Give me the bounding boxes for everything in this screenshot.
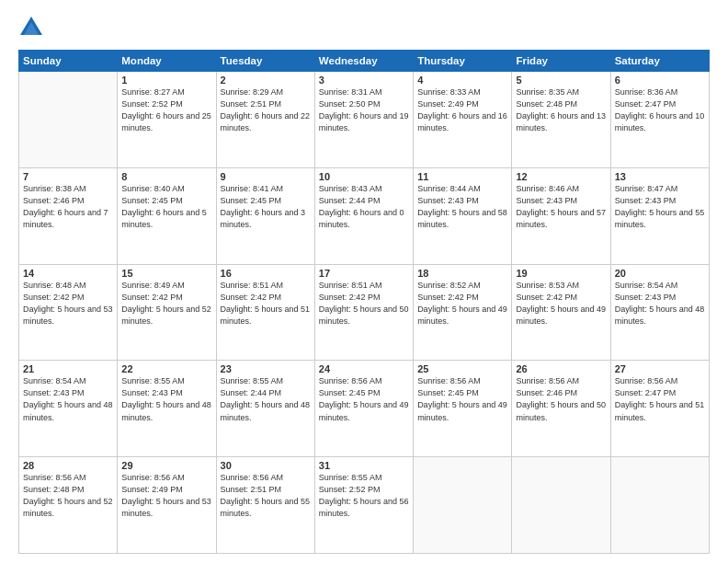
calendar-cell: 27Sunrise: 8:56 AM Sunset: 2:47 PM Dayli… [610, 361, 709, 457]
calendar-cell: 19Sunrise: 8:53 AM Sunset: 2:42 PM Dayli… [512, 264, 610, 361]
calendar-cell: 1Sunrise: 8:27 AM Sunset: 2:52 PM Daylig… [118, 72, 216, 168]
day-info: Sunrise: 8:56 AM Sunset: 2:46 PM Dayligh… [516, 375, 606, 423]
day-info: Sunrise: 8:56 AM Sunset: 2:48 PM Dayligh… [23, 472, 113, 520]
day-info: Sunrise: 8:31 AM Sunset: 2:50 PM Dayligh… [319, 86, 409, 134]
calendar-cell: 21Sunrise: 8:54 AM Sunset: 2:43 PM Dayli… [19, 361, 118, 457]
calendar-cell: 7Sunrise: 8:38 AM Sunset: 2:46 PM Daylig… [19, 167, 118, 264]
day-number: 11 [417, 171, 507, 182]
day-info: Sunrise: 8:29 AM Sunset: 2:51 PM Dayligh… [221, 86, 311, 134]
day-info: Sunrise: 8:55 AM Sunset: 2:44 PM Dayligh… [221, 375, 311, 423]
day-number: 19 [516, 268, 606, 279]
weekday-header-sunday: Sunday [19, 51, 118, 72]
day-info: Sunrise: 8:55 AM Sunset: 2:43 PM Dayligh… [121, 375, 211, 423]
day-number: 1 [121, 75, 211, 86]
calendar-cell: 6Sunrise: 8:36 AM Sunset: 2:47 PM Daylig… [610, 72, 709, 168]
day-info: Sunrise: 8:44 AM Sunset: 2:43 PM Dayligh… [417, 183, 507, 231]
calendar-cell: 18Sunrise: 8:52 AM Sunset: 2:42 PM Dayli… [414, 264, 512, 361]
calendar-cell: 24Sunrise: 8:56 AM Sunset: 2:45 PM Dayli… [314, 361, 413, 457]
logo-icon [18, 15, 44, 40]
calendar-cell: 20Sunrise: 8:54 AM Sunset: 2:43 PM Dayli… [610, 264, 709, 361]
day-info: Sunrise: 8:53 AM Sunset: 2:42 PM Dayligh… [516, 280, 606, 327]
day-number: 7 [23, 171, 113, 182]
calendar-cell: 28Sunrise: 8:56 AM Sunset: 2:48 PM Dayli… [19, 457, 118, 554]
day-number: 4 [417, 75, 507, 86]
day-number: 10 [319, 171, 409, 182]
day-info: Sunrise: 8:40 AM Sunset: 2:45 PM Dayligh… [121, 183, 211, 231]
calendar-cell: 4Sunrise: 8:33 AM Sunset: 2:49 PM Daylig… [414, 72, 512, 168]
calendar-cell [414, 457, 512, 554]
calendar-week-1: 1Sunrise: 8:27 AM Sunset: 2:52 PM Daylig… [19, 72, 710, 168]
calendar-cell [19, 72, 118, 168]
day-number: 23 [221, 363, 311, 374]
calendar-cell: 3Sunrise: 8:31 AM Sunset: 2:50 PM Daylig… [314, 72, 413, 168]
day-number: 16 [221, 268, 311, 279]
day-number: 28 [23, 460, 113, 471]
day-number: 21 [23, 363, 113, 374]
day-info: Sunrise: 8:33 AM Sunset: 2:49 PM Dayligh… [417, 86, 507, 134]
calendar-cell: 12Sunrise: 8:46 AM Sunset: 2:43 PM Dayli… [512, 167, 610, 264]
day-info: Sunrise: 8:55 AM Sunset: 2:52 PM Dayligh… [319, 472, 409, 520]
header [18, 15, 710, 40]
day-info: Sunrise: 8:41 AM Sunset: 2:45 PM Dayligh… [221, 183, 311, 231]
calendar-page: SundayMondayTuesdayWednesdayThursdayFrid… [0, 0, 728, 563]
calendar-week-2: 7Sunrise: 8:38 AM Sunset: 2:46 PM Daylig… [19, 167, 710, 264]
calendar-cell: 29Sunrise: 8:56 AM Sunset: 2:49 PM Dayli… [118, 457, 216, 554]
day-info: Sunrise: 8:51 AM Sunset: 2:42 PM Dayligh… [221, 280, 311, 327]
day-number: 27 [615, 363, 705, 374]
weekday-header-saturday: Saturday [610, 51, 709, 72]
weekday-header-row: SundayMondayTuesdayWednesdayThursdayFrid… [19, 51, 710, 72]
calendar-cell: 22Sunrise: 8:55 AM Sunset: 2:43 PM Dayli… [118, 361, 216, 457]
weekday-header-wednesday: Wednesday [314, 51, 413, 72]
day-info: Sunrise: 8:56 AM Sunset: 2:45 PM Dayligh… [417, 375, 507, 423]
day-info: Sunrise: 8:43 AM Sunset: 2:44 PM Dayligh… [319, 183, 409, 231]
calendar-cell: 23Sunrise: 8:55 AM Sunset: 2:44 PM Dayli… [216, 361, 314, 457]
day-number: 8 [121, 171, 211, 182]
calendar-week-3: 14Sunrise: 8:48 AM Sunset: 2:42 PM Dayli… [19, 264, 710, 361]
day-info: Sunrise: 8:54 AM Sunset: 2:43 PM Dayligh… [23, 375, 113, 423]
day-number: 18 [417, 268, 507, 279]
day-number: 20 [615, 268, 705, 279]
day-number: 29 [121, 460, 211, 471]
weekday-header-thursday: Thursday [414, 51, 512, 72]
calendar-cell: 9Sunrise: 8:41 AM Sunset: 2:45 PM Daylig… [216, 167, 314, 264]
day-number: 9 [221, 171, 311, 182]
day-number: 30 [221, 460, 311, 471]
calendar-cell: 5Sunrise: 8:35 AM Sunset: 2:48 PM Daylig… [512, 72, 610, 168]
day-number: 17 [319, 268, 409, 279]
calendar-cell: 2Sunrise: 8:29 AM Sunset: 2:51 PM Daylig… [216, 72, 314, 168]
day-number: 31 [319, 460, 409, 471]
calendar-cell: 13Sunrise: 8:47 AM Sunset: 2:43 PM Dayli… [610, 167, 709, 264]
calendar-cell [512, 457, 610, 554]
calendar-table: SundayMondayTuesdayWednesdayThursdayFrid… [18, 50, 710, 554]
day-info: Sunrise: 8:36 AM Sunset: 2:47 PM Dayligh… [615, 86, 705, 134]
calendar-cell: 16Sunrise: 8:51 AM Sunset: 2:42 PM Dayli… [216, 264, 314, 361]
day-number: 24 [319, 363, 409, 374]
calendar-week-5: 28Sunrise: 8:56 AM Sunset: 2:48 PM Dayli… [19, 457, 710, 554]
calendar-cell: 31Sunrise: 8:55 AM Sunset: 2:52 PM Dayli… [314, 457, 413, 554]
day-number: 14 [23, 268, 113, 279]
calendar-cell: 15Sunrise: 8:49 AM Sunset: 2:42 PM Dayli… [118, 264, 216, 361]
day-number: 25 [417, 363, 507, 374]
day-info: Sunrise: 8:35 AM Sunset: 2:48 PM Dayligh… [516, 86, 606, 134]
calendar-cell: 17Sunrise: 8:51 AM Sunset: 2:42 PM Dayli… [314, 264, 413, 361]
day-info: Sunrise: 8:48 AM Sunset: 2:42 PM Dayligh… [23, 280, 113, 327]
day-info: Sunrise: 8:51 AM Sunset: 2:42 PM Dayligh… [319, 280, 409, 327]
day-info: Sunrise: 8:38 AM Sunset: 2:46 PM Dayligh… [23, 183, 113, 231]
calendar-cell [610, 457, 709, 554]
weekday-header-friday: Friday [512, 51, 610, 72]
calendar-cell: 10Sunrise: 8:43 AM Sunset: 2:44 PM Dayli… [314, 167, 413, 264]
day-number: 2 [221, 75, 311, 86]
day-number: 5 [516, 75, 606, 86]
weekday-header-monday: Monday [118, 51, 216, 72]
day-info: Sunrise: 8:54 AM Sunset: 2:43 PM Dayligh… [615, 280, 705, 327]
calendar-week-4: 21Sunrise: 8:54 AM Sunset: 2:43 PM Dayli… [19, 361, 710, 457]
day-info: Sunrise: 8:56 AM Sunset: 2:51 PM Dayligh… [221, 472, 311, 520]
weekday-header-tuesday: Tuesday [216, 51, 314, 72]
day-info: Sunrise: 8:49 AM Sunset: 2:42 PM Dayligh… [121, 280, 211, 327]
day-number: 3 [319, 75, 409, 86]
day-info: Sunrise: 8:56 AM Sunset: 2:49 PM Dayligh… [121, 472, 211, 520]
calendar-cell: 30Sunrise: 8:56 AM Sunset: 2:51 PM Dayli… [216, 457, 314, 554]
day-number: 13 [615, 171, 705, 182]
day-info: Sunrise: 8:47 AM Sunset: 2:43 PM Dayligh… [615, 183, 705, 231]
day-info: Sunrise: 8:56 AM Sunset: 2:47 PM Dayligh… [615, 375, 705, 423]
